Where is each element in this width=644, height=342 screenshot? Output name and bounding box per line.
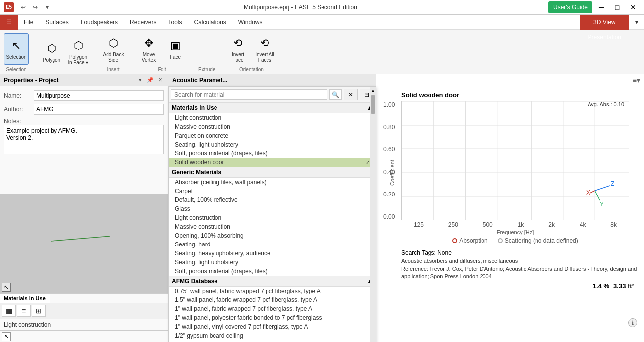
- face-label: Face: [170, 54, 181, 60]
- chart-wrapper: Avg. Abs.: 0.10 Coefficient 1.00 0.80 0.…: [401, 101, 629, 244]
- list-view-btn[interactable]: ≡: [17, 305, 31, 317]
- invert-all-faces-button[interactable]: ⟲ Invert AllFaces: [252, 33, 277, 65]
- svg-line-0: [51, 236, 110, 241]
- 3d-view-presentation-tab[interactable]: 3D ViewPresentation: [580, 15, 629, 30]
- afmg-item-4[interactable]: 1" wall panel, polyester fabric bonded t…: [169, 313, 376, 322]
- material-item-parquet[interactable]: Parquet on concrete: [169, 131, 376, 140]
- scrollbar-up-btn[interactable]: ▲: [370, 87, 376, 94]
- ribbon-group-selection: ↖ Selection Selection: [4, 32, 33, 72]
- y-label-040: 0.40: [383, 169, 395, 176]
- ribbon-group-polygon: ⬡ Polygon ⬡ Polygonin Face ▾: [39, 32, 95, 72]
- materials-in-use-header[interactable]: Materials in Use ▲: [169, 103, 376, 113]
- svg-line-13: [595, 191, 600, 200]
- gen-absorber[interactable]: Absorber (ceiling tiles, wall panels): [169, 178, 376, 187]
- redo-button[interactable]: ↪: [30, 2, 41, 13]
- material-item-seating-light[interactable]: Seating, light upholstery: [169, 140, 376, 149]
- expand-button[interactable]: ▾: [629, 15, 644, 30]
- window-title: Multipurpose.eprj - EASE 5 Second Editio…: [53, 4, 548, 11]
- author-input[interactable]: [34, 104, 164, 115]
- gen-carpet[interactable]: Carpet: [169, 187, 376, 195]
- move-vertex-button[interactable]: ✥ MoveVertex: [136, 33, 161, 65]
- materials-value: Light construction: [0, 319, 168, 330]
- polygon-in-face-button[interactable]: ⬡ Polygonin Face ▾: [66, 36, 91, 67]
- panel-close-btn[interactable]: ✕: [156, 76, 164, 84]
- panel-pin-btn[interactable]: 📌: [146, 76, 154, 84]
- panel-dropdown-btn[interactable]: ▾: [136, 76, 144, 84]
- add-back-side-label: Add BackSide: [103, 52, 124, 63]
- history-button[interactable]: ▾: [42, 2, 53, 13]
- notes-label: Notes:: [4, 118, 34, 125]
- menu-surfaces[interactable]: Surfaces: [39, 15, 74, 30]
- menu-windows[interactable]: Windows: [232, 15, 268, 30]
- afmg-item-3[interactable]: 1" wall panel, fabric wrapped 7 pcf fibe…: [169, 304, 376, 313]
- ribbon-group-orientation: ⟲ InvertFace ⟲ Invert AllFaces Orientati…: [225, 32, 281, 72]
- close-button[interactable]: ✕: [626, 2, 640, 13]
- filter-icon[interactable]: ≡▾: [633, 76, 640, 84]
- afmg-item-7[interactable]: 1/2" gypsum board on each side, 3-5/8" s…: [169, 340, 376, 342]
- gen-glass[interactable]: Glass: [169, 204, 376, 213]
- gen-massive[interactable]: Massive construction: [169, 222, 376, 231]
- menu-file[interactable]: File: [18, 15, 39, 30]
- y-label-100: 1.00: [383, 101, 395, 108]
- info-icon[interactable]: ℹ: [628, 318, 637, 327]
- gen-opening[interactable]: Opening, 100% absorbing: [169, 231, 376, 240]
- acoustic-panel-header: Acoustic Paramet...: [168, 74, 376, 86]
- sub-tabs: Materials in Use: [0, 293, 168, 303]
- afmg-item-5[interactable]: 1" wall panel, vinyl covered 7 pcf fiber…: [169, 322, 376, 331]
- search-icon[interactable]: 🔍: [329, 89, 342, 100]
- menu-loudspeakers[interactable]: Loudspeakers: [75, 15, 124, 30]
- detail-view-btn[interactable]: ⊞: [32, 305, 46, 317]
- gen-default[interactable]: Default, 100% reflective: [169, 195, 376, 204]
- menu-tools[interactable]: Tools: [162, 15, 188, 30]
- minimize-button[interactable]: ─: [594, 2, 608, 13]
- x-axis-labels: 125 250 500 1k 2k 4k 8k: [401, 220, 629, 229]
- cursor-indicator: ↖: [2, 283, 11, 292]
- dropdown-scrollbar[interactable]: ▲ ▼: [370, 87, 376, 342]
- extrude-group-label: Extrude: [198, 66, 215, 72]
- bottom-cursor-btn[interactable]: ↖: [2, 332, 11, 341]
- material-item-solid-wooden[interactable]: Solid wooden door ✓: [169, 158, 376, 167]
- scattering-legend-dot: [498, 238, 503, 243]
- gen-seating-light[interactable]: Seating, light upholstery: [169, 258, 376, 267]
- invert-all-faces-icon: ⟲: [257, 35, 272, 51]
- invert-face-button[interactable]: ⟲ InvertFace: [225, 33, 250, 65]
- material-item-soft-porous[interactable]: Soft, porous material (drapes, tiles): [169, 149, 376, 158]
- grid-view-btn[interactable]: ▦: [2, 305, 16, 317]
- gen-light-construction[interactable]: Light construction: [169, 213, 376, 222]
- dropdown-clear-btn[interactable]: ✕: [344, 89, 358, 100]
- polygon-label: Polygon: [43, 57, 60, 63]
- hamburger-menu[interactable]: ☰: [0, 15, 18, 30]
- search-tags: Search Tags: None: [401, 249, 639, 256]
- polygon-button[interactable]: ⬡ Polygon: [39, 36, 64, 67]
- afmg-item-2[interactable]: 1.5" wall panel, fabric wrapped 7 pcf fi…: [169, 295, 376, 304]
- users-guide-button[interactable]: User's Guide: [548, 1, 592, 13]
- material-search-input[interactable]: [171, 89, 327, 100]
- name-input[interactable]: [34, 90, 164, 101]
- material-item-light-construction[interactable]: Light construction: [169, 113, 376, 122]
- absorption-legend-dot: [452, 238, 457, 243]
- svg-line-12: [595, 186, 610, 191]
- orientation-group-label: Orientation: [239, 66, 264, 72]
- material-item-massive-construction[interactable]: Massive construction: [169, 122, 376, 131]
- materials-in-use-tab[interactable]: Materials in Use: [0, 294, 50, 303]
- generic-materials-header[interactable]: Generic Materials: [169, 167, 376, 178]
- notes-textarea[interactable]: Example project by AFMG. Version 2.: [4, 125, 164, 154]
- afmg-item-6[interactable]: 1/2" gypsum board ceiling: [169, 331, 376, 340]
- selection-button[interactable]: ↖ Selection: [4, 33, 29, 65]
- menu-receivers[interactable]: Receivers: [124, 15, 162, 30]
- title-bar-controls: User's Guide ─ □ ✕: [548, 1, 640, 13]
- gen-soft-porous[interactable]: Soft, porous material (drapes, tiles): [169, 267, 376, 276]
- face-button[interactable]: ▣ Face: [163, 33, 188, 65]
- afmg-item-1[interactable]: 0.75" wall panel, fabric wrapped 7 pcf f…: [169, 287, 376, 295]
- afmg-database-header[interactable]: AFMG Database ▲: [169, 276, 376, 287]
- add-back-side-button[interactable]: ⬡ Add BackSide: [101, 33, 126, 65]
- cursor-btn[interactable]: ↖: [2, 283, 11, 292]
- afmg-database-section: AFMG Database ▲ 0.75" wall panel, fabric…: [169, 276, 376, 342]
- ribbon-toolbar: ↖ Selection Selection ⬡ Polygon ⬡ Polygo…: [0, 30, 644, 74]
- afmg-database-list: 0.75" wall panel, fabric wrapped 7 pcf f…: [169, 287, 376, 342]
- maximize-button[interactable]: □: [610, 2, 624, 13]
- menu-calculations[interactable]: Calculations: [188, 15, 232, 30]
- undo-button[interactable]: ↩: [18, 2, 29, 13]
- gen-seating-heavy[interactable]: Seating, heavy upholstery, audience: [169, 249, 376, 258]
- gen-seating-hard[interactable]: Seating, hard: [169, 240, 376, 249]
